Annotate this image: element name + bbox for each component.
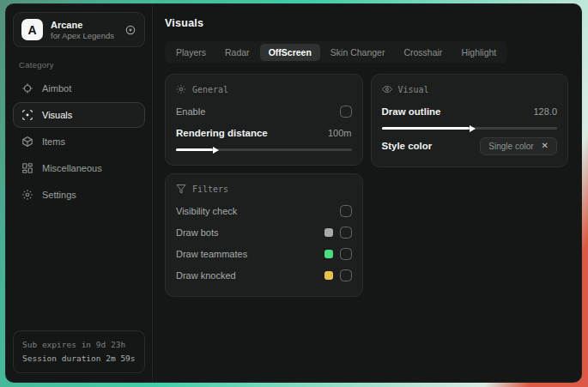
visual-panel-header: Visual [382, 84, 558, 94]
tab-offscreen[interactable]: OffScreen [260, 44, 320, 61]
sidebar-item-label: Items [42, 136, 65, 147]
funnel-icon [176, 184, 186, 194]
enable-checkbox[interactable] [340, 106, 352, 118]
general-panel-title: General [192, 85, 228, 94]
enable-label: Enable [176, 106, 205, 117]
visuals-tabbar: Players Radar OffScreen Skin Changer Cro… [165, 41, 507, 63]
visibility-check-row: Visibility check [176, 202, 352, 221]
brand-card: A Arcane for Apex Legends [13, 12, 145, 47]
eye-icon [382, 84, 392, 94]
sidebar-item-label: Miscellaneous [42, 163, 102, 173]
draw-teammates-row: Draw teammates [176, 245, 352, 263]
rendering-distance-value: 100m [328, 128, 352, 138]
package-icon [21, 136, 33, 148]
slider-fill [382, 127, 470, 130]
draw-knocked-checkbox[interactable] [340, 269, 352, 281]
draw-teammates-label: Draw teammates [176, 249, 247, 259]
draw-knocked-color-swatch[interactable] [324, 271, 333, 280]
sidebar-item-aimbot[interactable]: Aimbot [13, 76, 145, 101]
sidebar-item-visuals[interactable]: Visuals [13, 102, 145, 128]
draw-bots-label: Draw bots [176, 227, 219, 238]
filters-panel: Filters Visibility check Draw bots [165, 173, 363, 297]
style-color-label: Style color [382, 141, 433, 151]
app-title: Arcane [51, 19, 114, 31]
draw-bots-color-swatch[interactable] [324, 228, 333, 237]
tab-skin-changer[interactable]: Skin Changer [322, 44, 394, 61]
style-color-select[interactable]: Single color ✕ [480, 137, 557, 155]
draw-bots-checkbox[interactable] [340, 227, 352, 239]
style-color-value: Single color [488, 142, 533, 151]
slider-thumb[interactable] [470, 125, 476, 132]
panel-grid: General Enable Rendering distance 100m [165, 74, 568, 297]
tab-players[interactable]: Players [167, 44, 215, 61]
subscription-info: Sub expires in 9d 23h Session duration 2… [13, 330, 145, 373]
sun-icon [176, 84, 186, 94]
left-column: General Enable Rendering distance 100m [165, 74, 363, 297]
filters-panel-header: Filters [176, 184, 352, 194]
tab-highlight[interactable]: Highlight [452, 44, 505, 61]
visual-panel: Visual Draw outline 128.0 Style color [371, 74, 569, 167]
sidebar-item-miscellaneous[interactable]: Miscellaneous [13, 155, 145, 181]
target-icon[interactable] [124, 24, 136, 36]
draw-outline-value: 128.0 [533, 106, 557, 117]
slider-thumb[interactable] [213, 147, 219, 154]
style-color-row: Style color Single color ✕ [382, 136, 558, 155]
main-content: Visuals Players Radar OffScreen Skin Cha… [153, 4, 581, 382]
session-duration-text: Session duration 2m 59s [22, 352, 136, 366]
sidebar-item-label: Visuals [42, 110, 72, 120]
sidebar-item-label: Settings [42, 190, 76, 200]
visibility-check-checkbox[interactable] [340, 205, 352, 217]
sidebar-nav: Aimbot Visuals Items [13, 76, 145, 208]
category-label: Category [19, 60, 139, 70]
crosshair-icon [21, 82, 33, 94]
draw-knocked-label: Draw knocked [176, 270, 236, 281]
sub-expires-text: Sub expires in 9d 23h [22, 338, 136, 352]
scan-eye-icon [21, 109, 33, 121]
gear-icon [21, 189, 33, 201]
visual-panel-title: Visual [398, 85, 429, 94]
grid-icon [21, 162, 33, 174]
rendering-distance-row: Rendering distance 100m [176, 124, 352, 142]
sidebar-item-items[interactable]: Items [13, 129, 145, 154]
draw-outline-label: Draw outline [382, 106, 441, 117]
page-title: Visuals [165, 17, 568, 29]
app-logo: A [21, 19, 43, 40]
rendering-distance-label: Rendering distance [176, 128, 268, 138]
sidebar-item-settings[interactable]: Settings [13, 182, 145, 208]
rendering-distance-slider[interactable] [176, 148, 352, 151]
sidebar: A Arcane for Apex Legends Category Aimbo… [6, 4, 153, 382]
general-panel-header: General [176, 84, 352, 94]
general-panel: General Enable Rendering distance 100m [165, 74, 363, 166]
draw-outline-slider[interactable] [382, 127, 558, 130]
visibility-check-label: Visibility check [176, 206, 237, 216]
slider-fill [176, 148, 213, 151]
draw-bots-row: Draw bots [176, 223, 352, 242]
app-subtitle: for Apex Legends [51, 31, 114, 40]
draw-knocked-row: Draw knocked [176, 266, 352, 285]
app-window: A Arcane for Apex Legends Category Aimbo… [5, 3, 582, 383]
enable-row: Enable [176, 102, 352, 121]
brand-text: Arcane for Apex Legends [51, 19, 114, 40]
draw-teammates-color-swatch[interactable] [324, 250, 333, 258]
clear-icon[interactable]: ✕ [542, 142, 549, 150]
filters-panel-title: Filters [192, 184, 228, 194]
sidebar-item-label: Aimbot [42, 83, 71, 94]
right-column: Visual Draw outline 128.0 Style color [371, 74, 569, 167]
draw-teammates-checkbox[interactable] [340, 248, 352, 260]
tab-radar[interactable]: Radar [216, 44, 258, 61]
draw-outline-row: Draw outline 128.0 [382, 102, 558, 121]
tab-crosshair[interactable]: Crosshair [395, 44, 451, 61]
